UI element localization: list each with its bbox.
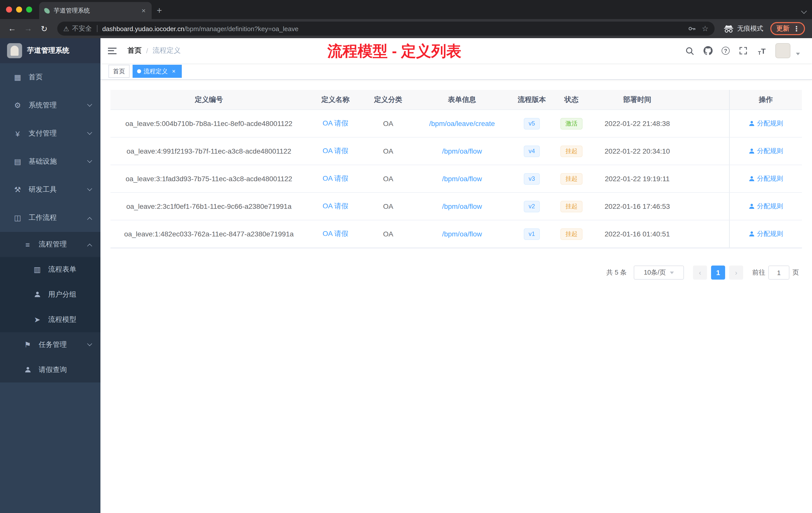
user-avatar[interactable] — [775, 43, 790, 58]
workflow-icon: ◫ — [12, 213, 23, 222]
paper-plane-icon: ➤ — [32, 315, 42, 324]
password-key-icon[interactable] — [688, 25, 696, 33]
assign-rule-link[interactable]: 分配规则 — [749, 174, 783, 183]
chevron-down-icon — [87, 341, 92, 346]
workflow-submenu: ≡ 流程管理 ▥ 流程表单 用户分组 — [0, 232, 100, 383]
close-window-button[interactable] — [6, 6, 12, 12]
definition-name-link[interactable]: OA 请假 — [323, 230, 348, 237]
definition-table: 定义编号 定义名称 定义分类 表单信息 流程版本 状态 部署时间 操作 oa_l… — [111, 90, 802, 248]
status-badge: 激活 — [560, 118, 582, 129]
column-header: 流程版本 — [511, 95, 552, 104]
form-info-link[interactable]: /bpm/oa/leave/create — [429, 119, 495, 127]
form-info-link[interactable]: /bpm/oa/flow — [442, 147, 482, 155]
goto-page-input[interactable]: 1 — [768, 266, 789, 280]
app-logo[interactable]: 芋道管理系统 — [0, 38, 100, 63]
column-header: 部署时间 — [590, 95, 684, 104]
dashboard-icon: ▦ — [12, 73, 23, 82]
page-size-select[interactable]: 10条/页 — [634, 266, 684, 280]
sidebar-item-workflow[interactable]: ◫ 工作流程 — [0, 204, 100, 232]
breadcrumb-home[interactable]: 首页 — [127, 46, 142, 55]
assign-rule-link[interactable]: 分配规则 — [749, 230, 783, 238]
table-row: oa_leave:2:3c1f0ef1-76b1-11ec-9c66-a2380… — [111, 193, 802, 220]
table-header-row: 定义编号 定义名称 定义分类 表单信息 流程版本 状态 部署时间 操作 — [111, 90, 802, 110]
definition-name-link[interactable]: OA 请假 — [323, 147, 348, 155]
infrastructure-icon: ▤ — [12, 157, 23, 166]
github-icon[interactable] — [703, 46, 713, 56]
yen-icon: ¥ — [12, 129, 23, 138]
minimize-window-button[interactable] — [16, 6, 22, 12]
chrome-update-button[interactable]: 更新 ⋮ — [770, 22, 805, 35]
fullscreen-icon[interactable] — [738, 46, 748, 56]
definition-id: oa_leave:3:1fad3d93-7b75-11ec-a3c8-acde4… — [111, 175, 307, 183]
definition-name-link[interactable]: OA 请假 — [323, 202, 348, 210]
user-group-icon — [32, 291, 42, 299]
column-header: 定义分类 — [364, 95, 413, 104]
table-row: oa_leave:4:991f2193-7b7f-11ec-a3c8-acde4… — [111, 138, 802, 165]
forward-button[interactable]: → — [21, 22, 35, 36]
prev-page-button[interactable]: ‹ — [693, 266, 707, 280]
sidebar-item-infrastructure[interactable]: ▤ 基础设施 — [0, 148, 100, 176]
not-secure-label: 不安全 — [72, 24, 92, 33]
chevron-down-icon — [87, 129, 92, 134]
sidebar-item-system-management[interactable]: ⚙ 系统管理 — [0, 91, 100, 119]
zoom-window-button[interactable] — [26, 6, 32, 12]
form-info-link[interactable]: /bpm/oa/flow — [442, 202, 482, 210]
form-info-link[interactable]: /bpm/oa/flow — [442, 175, 482, 183]
avatar-dropdown-icon[interactable] — [796, 53, 800, 55]
sidebar-item-user-group[interactable]: 用户分组 — [0, 282, 100, 307]
sidebar-menu: ▦ 首页 ⚙ 系统管理 ¥ 支付管理 ▤ 基础设施 — [0, 63, 100, 513]
tag-home[interactable]: 首页 — [109, 65, 129, 78]
sidebar-item-task-management[interactable]: ⚑ 任务管理 — [0, 332, 100, 357]
person-icon — [749, 176, 754, 182]
reload-button[interactable]: ↻ — [37, 22, 51, 36]
bookmark-star-icon[interactable]: ☆ — [702, 24, 708, 33]
sidebar-item-home[interactable]: ▦ 首页 — [0, 63, 100, 91]
sidebar-item-leave-query[interactable]: 请假查询 — [0, 357, 100, 383]
current-page-button[interactable]: 1 — [711, 266, 725, 280]
sidebar-item-process-management[interactable]: ≡ 流程管理 — [0, 232, 100, 257]
incognito-icon — [724, 24, 734, 33]
update-label: 更新 — [776, 24, 789, 33]
definition-id: oa_leave:1:482ec033-762a-11ec-8477-a2380… — [111, 230, 307, 238]
assign-rule-link[interactable]: 分配规则 — [749, 119, 783, 128]
sidebar-item-dev-tools[interactable]: ⚒ 研发工具 — [0, 176, 100, 204]
definition-category: OA — [364, 230, 413, 238]
back-button[interactable]: ← — [5, 22, 19, 36]
process-management-submenu: ▥ 流程表单 用户分组 ➤ 流程模型 — [0, 257, 100, 332]
form-info-link[interactable]: /bpm/oa/flow — [442, 230, 482, 238]
annotation-overlay: 流程模型 - 定义列表 — [327, 41, 461, 62]
definition-name-link[interactable]: OA 请假 — [323, 119, 348, 127]
window-controls — [0, 0, 39, 19]
main-panel: 首页 / 流程定义 ? TT — [100, 38, 812, 513]
person-icon — [749, 148, 754, 154]
url-text: dashboard.yudao.iocoder.cn/bpm/manager/d… — [102, 25, 682, 32]
next-page-button[interactable]: › — [729, 266, 743, 280]
sidebar-item-payment-management[interactable]: ¥ 支付管理 — [0, 119, 100, 148]
browser-menu-icon[interactable]: ⋮ — [793, 25, 800, 33]
active-tag-dot-icon — [137, 69, 141, 73]
browser-tab[interactable]: 芋道管理系统 × — [39, 2, 152, 19]
tag-close-icon[interactable]: × — [170, 68, 177, 75]
tag-process-definition[interactable]: 流程定义 × — [133, 65, 182, 78]
assign-rule-link[interactable]: 分配规则 — [749, 147, 783, 156]
new-tab-button[interactable]: + — [152, 5, 168, 19]
not-secure-warning-icon: ⚠ — [63, 25, 69, 32]
definition-name-link[interactable]: OA 请假 — [323, 174, 348, 182]
chevron-down-icon — [87, 101, 92, 107]
help-icon[interactable]: ? — [722, 47, 730, 55]
tools-icon: ⚒ — [12, 185, 23, 194]
breadcrumb: 首页 / 流程定义 — [127, 46, 181, 55]
tab-search-icon[interactable] — [801, 8, 807, 14]
tab-close-icon[interactable]: × — [141, 6, 147, 14]
search-icon[interactable] — [685, 46, 695, 56]
person-icon — [749, 203, 754, 209]
address-bar[interactable]: ⚠ 不安全 dashboard.yudao.iocoder.cn/bpm/man… — [57, 22, 715, 36]
assign-rule-link[interactable]: 分配规则 — [749, 202, 783, 211]
deploy-time: 2022-01-16 17:46:53 — [590, 202, 684, 210]
sidebar-item-process-form[interactable]: ▥ 流程表单 — [0, 257, 100, 282]
hamburger-icon[interactable] — [100, 38, 123, 63]
sidebar-item-process-model[interactable]: ➤ 流程模型 — [0, 307, 100, 332]
sidebar: 芋道管理系统 ▦ 首页 ⚙ 系统管理 ¥ 支付管理 ▤ — [0, 38, 100, 513]
status-badge: 挂起 — [560, 228, 582, 240]
font-size-icon[interactable]: TT — [757, 46, 767, 56]
